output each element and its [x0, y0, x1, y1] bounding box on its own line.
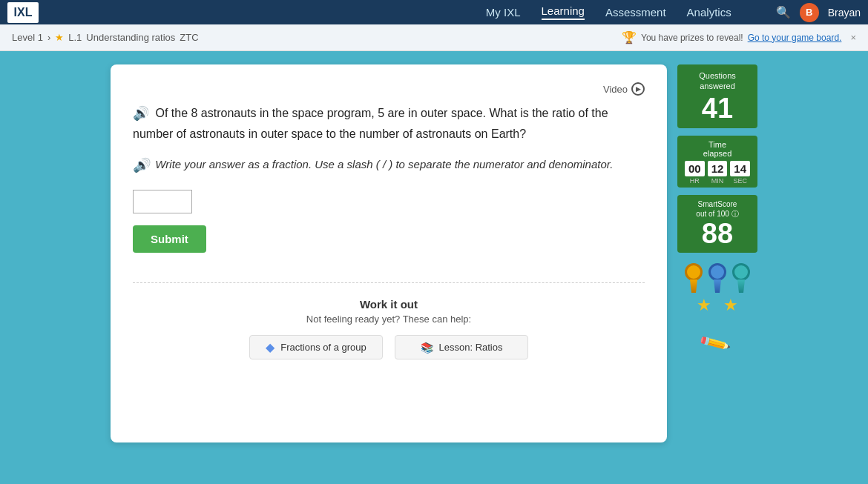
time-elapsed-label: Timeelapsed [680, 140, 754, 158]
time-elapsed-box: Timeelapsed 00 HR 12 MIN 14 SEC [677, 136, 757, 188]
video-label: Video [603, 84, 628, 95]
time-hr-value: 00 [685, 161, 705, 176]
top-navigation: IXL My IXL Learning Assessment Analytics… [0, 0, 868, 24]
time-min-label: MIN [708, 177, 728, 185]
side-panel: Questionsanswered 41 Timeelapsed 00 HR 1… [677, 64, 757, 356]
sound-icon-2[interactable]: 🔊 [133, 155, 149, 176]
ixl-logo[interactable]: IXL [7, 2, 39, 23]
breadcrumb-level: Level 1 [12, 32, 43, 43]
time-sec-value: 14 [730, 161, 750, 176]
nav-assessment[interactable]: Assessment [605, 6, 666, 19]
work-it-out-title: Work it out [133, 298, 645, 311]
time-min-value: 12 [708, 161, 728, 176]
pencil-icon-area: ✏️ [702, 331, 734, 356]
breadcrumb-bar: Level 1 › ★ L.1 Understanding ratios ZTC… [0, 24, 868, 51]
question-text: 🔊 Of the 8 astronauts in the space progr… [133, 103, 645, 143]
help-resources: ◆ Fractions of a group 📚 Lesson: Ratios [133, 335, 645, 359]
smartscore-label: SmartScoreout of 100 ⓘ [680, 199, 754, 219]
user-avatar[interactable]: B [800, 3, 819, 22]
ribbon-tail-3 [737, 279, 745, 293]
nav-right: 🔍 B Brayan [776, 3, 861, 22]
breadcrumb-skill-name: Understanding ratios [86, 32, 175, 43]
resource-lesson[interactable]: 📚 Lesson: Ratios [395, 335, 528, 359]
questions-answered-value: 41 [682, 93, 753, 125]
smartscore-value: 88 [680, 219, 754, 250]
sound-icon-1[interactable]: 🔊 [133, 103, 149, 125]
time-values: 00 HR 12 MIN 14 SEC [680, 161, 754, 185]
resource-fractions-label: Fractions of a group [280, 342, 366, 353]
search-icon[interactable]: 🔍 [776, 5, 791, 19]
time-seconds: 14 SEC [730, 161, 750, 185]
prize-link[interactable]: Go to your game board. [748, 33, 842, 43]
nav-learning[interactable]: Learning [542, 4, 585, 20]
pencil-icon: ✏️ [697, 327, 732, 361]
time-hr-label: HR [685, 177, 705, 185]
nav-my-ixl[interactable]: My IXL [486, 6, 521, 19]
medal-2: ★ [720, 297, 742, 322]
video-button[interactable]: Video ▶ [603, 82, 645, 96]
work-it-out-section: Work it out Not feeling ready yet? These… [133, 282, 645, 359]
questions-answered-label: Questionsanswered [682, 70, 753, 92]
time-hours: 00 HR [685, 161, 705, 185]
trophy-icon: 🏆 [622, 30, 637, 44]
instruction-text: 🔊 Write your answer as a fraction. Use a… [133, 155, 645, 176]
work-it-out-subtitle: Not feeling ready yet? These can help: [133, 314, 645, 325]
smartscore-box: SmartScoreout of 100 ⓘ 88 [677, 195, 757, 253]
medal-1: ★ [693, 297, 715, 322]
main-area: Video ▶ 🔊 Of the 8 astronauts in the spa… [0, 51, 868, 456]
resource-lesson-label: Lesson: Ratios [439, 342, 503, 353]
play-icon: ▶ [631, 82, 645, 96]
user-name: Brayan [828, 7, 861, 19]
prize-text: You have prizes to reveal! [641, 33, 743, 43]
breadcrumb-skill-code: L.1 [68, 32, 82, 43]
ribbons-row [683, 263, 752, 293]
answer-input[interactable] [133, 190, 192, 213]
ribbon-2 [707, 263, 728, 293]
ribbon-circle-1 [685, 263, 703, 281]
ribbon-tail-1 [690, 279, 697, 293]
ribbon-3 [731, 263, 752, 293]
time-sec-label: SEC [730, 177, 750, 185]
time-minutes: 12 MIN [708, 161, 728, 185]
nav-links: My IXL Learning Assessment Analytics [486, 4, 731, 20]
ribbon-circle-3 [732, 263, 750, 281]
ribbon-circle-2 [708, 263, 726, 281]
video-row: Video ▶ [133, 82, 645, 96]
questions-answered-box: Questionsanswered 41 [677, 64, 757, 128]
nav-analytics[interactable]: Analytics [687, 6, 731, 19]
ribbon-1 [683, 263, 704, 293]
diamond-icon: ◆ [266, 340, 274, 354]
close-prize-button[interactable]: × [850, 32, 856, 43]
breadcrumb-separator: › [47, 32, 50, 43]
resource-fractions[interactable]: ◆ Fractions of a group [249, 335, 383, 359]
skill-star-icon: ★ [55, 32, 64, 43]
ribbon-tail-2 [714, 279, 721, 293]
question-card: Video ▶ 🔊 Of the 8 astronauts in the spa… [111, 64, 667, 442]
medal-star-1: ★ [697, 297, 711, 314]
medal-star-2: ★ [723, 297, 738, 314]
medals-row: ★ ★ [693, 297, 742, 322]
book-icon: 📚 [421, 342, 433, 354]
awards-section: ★ ★ ✏️ [677, 263, 757, 356]
submit-button[interactable]: Submit [133, 225, 206, 253]
breadcrumb-class-code: ZTC [180, 32, 198, 43]
